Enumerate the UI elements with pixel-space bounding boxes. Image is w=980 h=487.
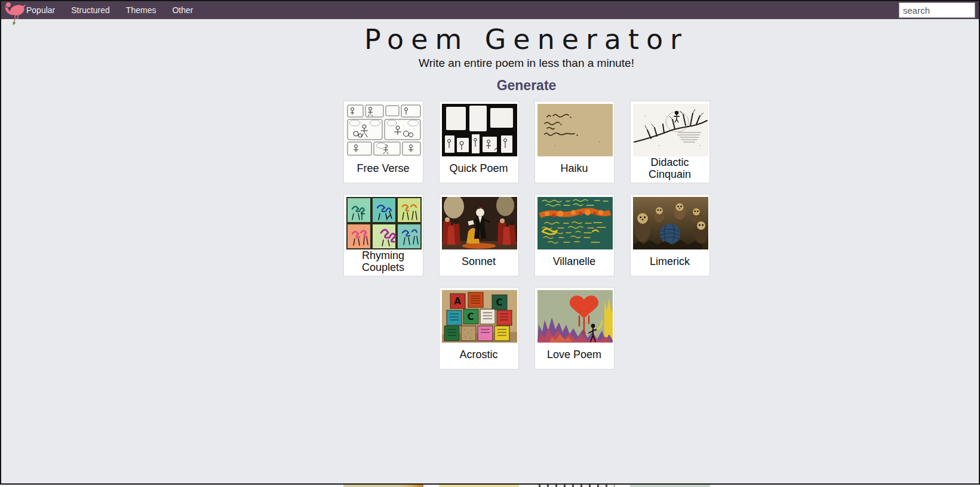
svg-text:C: C <box>467 312 474 322</box>
card-didactic-cinquain[interactable]: Didactic Cinquain <box>630 101 710 183</box>
card-sonnet[interactable]: Sonnet <box>439 194 519 276</box>
card-haiku[interactable]: Haiku <box>534 101 615 183</box>
sonnet-image <box>442 197 517 249</box>
card-free-verse[interactable]: Free Verse <box>343 101 423 183</box>
grid-row-2: Rhyming Couplets <box>74 194 979 276</box>
grid-row-3: A C C <box>74 287 979 369</box>
main-content: Poem Generator Write an entire poem in l… <box>1 23 979 369</box>
card-label: Quick Poem <box>442 156 516 180</box>
grid-row-1: Free Verse <box>74 101 979 183</box>
acrostic-image: A C C <box>442 290 517 343</box>
card-quick-poem[interactable]: Quick Poem <box>439 101 519 183</box>
peek-card-image <box>343 485 423 487</box>
nav-item-popular[interactable]: Popular <box>26 5 55 15</box>
search-input[interactable] <box>899 2 975 18</box>
card-label: Sonnet <box>442 249 516 273</box>
card-label: Free Verse <box>346 156 420 180</box>
limerick-image <box>633 197 708 249</box>
next-section-peek <box>73 485 980 487</box>
card-label: Rhyming Couplets <box>346 249 420 273</box>
card-label: Didactic Cinquain <box>633 156 707 180</box>
nav-item-other[interactable]: Other <box>172 5 193 15</box>
free-verse-image <box>346 104 422 156</box>
card-label: Villanelle <box>537 249 612 273</box>
card-label: Love Poem <box>537 343 612 366</box>
poem-type-grid: Free Verse <box>74 101 979 369</box>
card-love-poem[interactable]: Love Poem <box>534 287 615 369</box>
card-rhyming-couplets[interactable]: Rhyming Couplets <box>343 194 423 276</box>
card-acrostic[interactable]: A C C <box>439 287 519 369</box>
peek-card-image <box>630 485 710 487</box>
page-title: Poem Generator <box>74 23 979 56</box>
nav-item-structured[interactable]: Structured <box>71 5 110 15</box>
card-limerick[interactable]: Limerick <box>630 194 710 276</box>
peek-card-image <box>439 485 519 487</box>
svg-text:A: A <box>454 296 461 307</box>
navbar: Popular Structured Themes Other <box>1 1 979 19</box>
nav-item-themes[interactable]: Themes <box>126 5 156 15</box>
card-label: Acrostic <box>442 343 516 366</box>
svg-text:C: C <box>496 297 502 308</box>
generate-section-heading: Generate <box>74 78 979 94</box>
villanelle-image <box>537 197 613 249</box>
peek-card-image <box>534 485 615 487</box>
love-poem-image <box>537 290 613 343</box>
quick-poem-image <box>442 104 517 156</box>
haiku-image <box>537 104 613 156</box>
card-label: Haiku <box>537 156 612 180</box>
card-label: Limerick <box>633 249 707 273</box>
didactic-cinquain-image <box>633 104 708 156</box>
rhyming-couplets-image <box>346 197 422 249</box>
card-villanelle[interactable]: Villanelle <box>534 194 615 276</box>
flamingo-logo-icon[interactable] <box>2 1 27 27</box>
page-subtitle: Write an entire poem in less than a minu… <box>74 57 979 70</box>
nav-menu: Popular Structured Themes Other <box>26 1 193 19</box>
browser-page: Popular Structured Themes Other Poem Gen… <box>0 0 980 485</box>
